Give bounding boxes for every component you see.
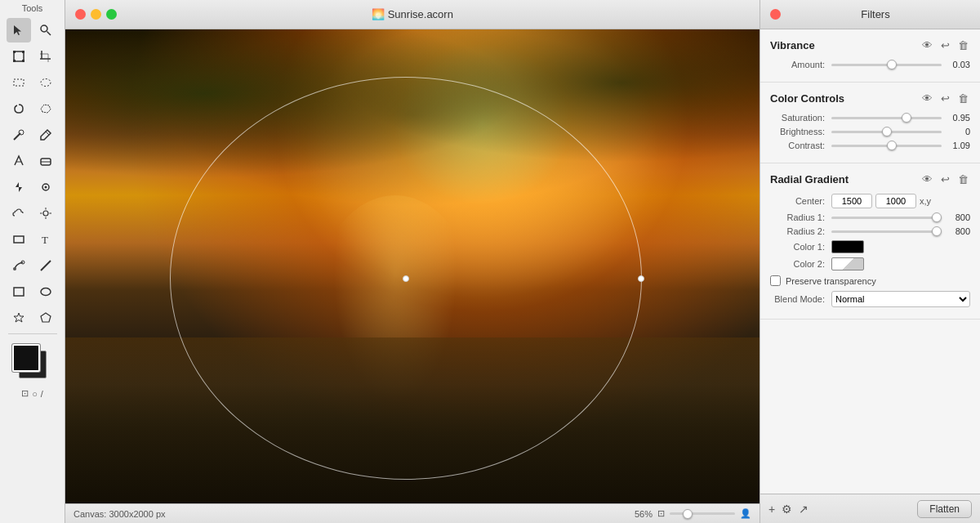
color-controls-visibility-btn[interactable]: 👁	[920, 91, 934, 106]
radial-gradient-section: Radial Gradient 👁 ↩ 🗑 Center: x,y Radius…	[760, 163, 980, 320]
zoom-level: 56%	[635, 509, 653, 519]
no-color-btn[interactable]: /	[41, 388, 43, 399]
vibrance-amount-slider[interactable]	[831, 64, 942, 66]
vibrance-visibility-btn[interactable]: 👁	[920, 38, 934, 53]
rg-center-label: Center:	[770, 196, 831, 206]
tools-panel: Tools	[0, 0, 65, 523]
rect-shape-tool[interactable]	[7, 227, 31, 252]
poly-lasso-tool[interactable]	[33, 96, 58, 121]
rg-center-x-input[interactable]	[831, 194, 872, 208]
pen-tool[interactable]	[7, 149, 31, 173]
brightness-slider[interactable]	[831, 131, 942, 133]
radial-gradient-header: Radial Gradient 👁 ↩ 🗑	[770, 172, 970, 187]
radius2-slider[interactable]	[831, 230, 942, 233]
polygon-tool[interactable]	[33, 306, 58, 330]
vibrance-reset-btn[interactable]: ↩	[939, 38, 951, 53]
radius2-label: Radius 2:	[770, 226, 831, 236]
svg-point-28	[13, 267, 16, 270]
radial-gradient-visibility-btn[interactable]: 👁	[920, 172, 934, 187]
photo-background	[65, 29, 760, 503]
vibrance-header: Vibrance 👁 ↩ 🗑	[770, 38, 970, 53]
rg-center-row: Center: x,y	[770, 194, 970, 208]
filters-close-btn[interactable]	[770, 9, 781, 20]
svg-point-20	[44, 186, 47, 189]
svg-rect-6	[22, 60, 24, 62]
rect-select-tool[interactable]	[7, 70, 31, 95]
rg-center-y-input[interactable]	[875, 194, 916, 208]
zoom-tool[interactable]	[33, 18, 58, 42]
canvas-statusbar: Canvas: 3000x2000 px 56% ⊡ 👤	[65, 503, 760, 523]
radial-gradient-delete-btn[interactable]: 🗑	[956, 172, 970, 187]
color-controls-section: Color Controls 👁 ↩ 🗑 Saturation: 0.95 Br…	[760, 83, 980, 163]
window-maximize-btn[interactable]	[106, 9, 117, 20]
selection-right-handle[interactable]	[638, 275, 644, 282]
add-filter-btn[interactable]: +	[768, 503, 775, 516]
blend-mode-label: Blend Mode:	[770, 294, 831, 304]
filter-settings-btn[interactable]: ⚙	[782, 503, 792, 516]
brightness-row: Brightness: 0	[770, 127, 970, 136]
ellipse-select-tool[interactable]	[33, 70, 58, 95]
foreground-color-swatch[interactable]	[12, 344, 40, 372]
vibrance-amount-row: Amount: 0.03	[770, 60, 970, 69]
blend-mode-select[interactable]: Normal Multiply Screen Overlay Darken Li…	[831, 291, 970, 307]
radius2-row: Radius 2: 800	[770, 226, 970, 236]
color-controls-reset-btn[interactable]: ↩	[939, 91, 951, 106]
radius1-slider[interactable]	[831, 217, 942, 219]
vibrance-amount-label: Amount:	[770, 60, 831, 69]
contrast-slider[interactable]	[831, 145, 942, 147]
window-close-btn[interactable]	[75, 9, 86, 20]
path-tool[interactable]	[7, 253, 31, 278]
magic-wand-tool[interactable]	[7, 123, 31, 147]
svg-rect-3	[13, 51, 16, 53]
color2-well[interactable]	[831, 257, 864, 270]
color2-row: Color 2:	[770, 257, 970, 270]
canvas-title-text: Sunrise.acorn	[388, 8, 453, 20]
zoom-slider[interactable]	[670, 512, 735, 515]
radius1-value: 800	[942, 212, 970, 222]
eyedropper-tool[interactable]	[33, 175, 58, 199]
filter-share-btn[interactable]: ↗	[799, 503, 808, 516]
ellipse-shape-tool[interactable]	[33, 279, 58, 304]
svg-point-32	[41, 288, 51, 296]
svg-rect-5	[13, 60, 16, 62]
radius1-label: Radius 1:	[770, 212, 831, 222]
rect-outline-tool[interactable]	[7, 279, 31, 304]
lasso-tool[interactable]	[7, 96, 31, 121]
swatch-controls: ⊡ ○ /	[21, 388, 43, 399]
radial-gradient-reset-btn[interactable]: ↩	[939, 172, 951, 187]
svg-rect-31	[14, 288, 24, 296]
contrast-value: 1.09	[942, 141, 970, 150]
svg-rect-26	[14, 236, 24, 243]
contrast-row: Contrast: 1.09	[770, 141, 970, 150]
color1-well[interactable]	[831, 240, 864, 253]
canvas-area: 🌅 Sunrise.acorn Canvas: 3000x2000 px 56%…	[65, 0, 760, 523]
vibrance-delete-btn[interactable]: 🗑	[956, 38, 970, 53]
sun-tool[interactable]	[33, 201, 58, 226]
swap-colors-btn[interactable]: ○	[32, 388, 38, 399]
color-controls-delete-btn[interactable]: 🗑	[956, 91, 970, 106]
brush-tool[interactable]	[33, 123, 58, 147]
color-controls-header: Color Controls 👁 ↩ 🗑	[770, 91, 970, 106]
line-tool[interactable]	[33, 253, 58, 278]
radius1-row: Radius 1: 800	[770, 212, 970, 222]
fill-tool[interactable]	[7, 175, 31, 199]
select-arrow-tool[interactable]	[7, 18, 31, 42]
text-tool[interactable]: T	[33, 227, 58, 252]
window-minimize-btn[interactable]	[91, 9, 101, 20]
preserve-transparency-checkbox[interactable]	[770, 275, 781, 286]
reset-colors-btn[interactable]: ⊡	[21, 388, 29, 399]
transform-tool[interactable]	[7, 44, 31, 69]
star-tool[interactable]	[7, 306, 31, 330]
flatten-btn[interactable]: Flatten	[917, 500, 972, 518]
fit-btn[interactable]: 👤	[740, 508, 751, 519]
canvas-info: Canvas: 3000x2000 px	[74, 509, 166, 519]
svg-point-21	[43, 211, 48, 216]
canvas-wrapper[interactable]	[65, 29, 760, 503]
tool-divider	[8, 333, 57, 334]
canvas-title: 🌅 Sunrise.acorn	[372, 8, 453, 20]
saturation-slider[interactable]	[831, 117, 942, 119]
clouds-tool[interactable]	[7, 201, 31, 226]
crop-tool[interactable]	[33, 44, 58, 69]
brightness-value: 0	[942, 127, 970, 136]
eraser-tool[interactable]	[33, 149, 58, 173]
